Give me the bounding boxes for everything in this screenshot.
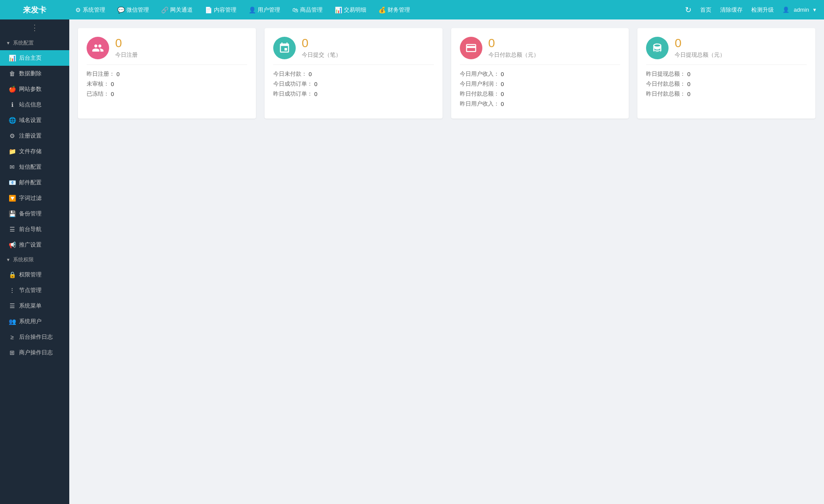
- sidebar-item-data-cleanup[interactable]: 🗑数据删除: [0, 66, 69, 81]
- detail-row: 昨日注册： 0: [87, 70, 247, 78]
- home-link[interactable]: 首页: [698, 4, 714, 16]
- card-header-today-withdraw: 0 今日提现总额（元）: [646, 37, 807, 59]
- stat-details-today-submit: 今日未付款： 0 今日成功订单： 0 昨日成功订单： 0: [273, 70, 434, 98]
- stat-count-today-payment: 0: [488, 37, 539, 49]
- detail-row: 昨日付款总额： 0: [460, 90, 620, 98]
- sidebar-item-sms-config[interactable]: ✉短信配置: [0, 159, 69, 175]
- detail-label: 昨日用户收入：: [460, 100, 499, 108]
- detail-value: 0: [687, 91, 690, 97]
- detail-value: 0: [309, 71, 312, 77]
- nav-item-transactions[interactable]: 📊交易明细: [329, 0, 372, 19]
- user-menu[interactable]: 👤 admin ▾: [780, 5, 819, 15]
- card-header-today-submit: 0 今日提交（笔）: [273, 37, 434, 59]
- card-divider-today-payment: [460, 64, 620, 65]
- sidebar-group-sysperm[interactable]: ▼ 系统权限: [0, 253, 69, 267]
- stat-count-today-withdraw: 0: [675, 37, 725, 49]
- sidebar-icon-dashboard: 📊: [9, 55, 16, 61]
- sidebar-item-mail-config[interactable]: 📧邮件配置: [0, 175, 69, 190]
- detail-row: 已冻结： 0: [87, 90, 247, 98]
- sidebar-item-front-nav[interactable]: ☰前台导航: [0, 222, 69, 237]
- nav-label-product-mgmt: 商品管理: [300, 6, 323, 14]
- sidebar-icon-data-cleanup: 🗑: [9, 70, 16, 77]
- sidebar-item-promo-settings[interactable]: 📢推广设置: [0, 237, 69, 253]
- detect-upgrade-button[interactable]: 检测升级: [749, 4, 776, 16]
- sidebar-group-syscfg[interactable]: ▼ 系统配置: [0, 36, 69, 50]
- clear-cache-button[interactable]: 清除缓存: [717, 4, 745, 16]
- sidebar-item-register-settings[interactable]: ⚙注册设置: [0, 128, 69, 144]
- sidebar-item-sys-menu[interactable]: ☰系统菜单: [0, 298, 69, 314]
- sidebar-icon-site-info: ℹ: [9, 101, 16, 108]
- stat-details-today-register: 昨日注册： 0 未审核： 0 已冻结： 0: [87, 70, 247, 98]
- cards-row: 0 今日注册 昨日注册： 0 未审核： 0 已冻结： 0 0 今日提交（笔）: [78, 28, 815, 119]
- card-divider-today-withdraw: [646, 64, 807, 65]
- nav-item-content-mgmt[interactable]: 📄内容管理: [199, 0, 242, 19]
- detail-value: 0: [501, 81, 504, 87]
- sidebar-dots[interactable]: ⋮: [0, 19, 69, 36]
- right-actions: ↻ 首页 清除缓存 检测升级 👤 admin ▾: [677, 3, 824, 16]
- nav-item-wechat-mgmt[interactable]: 💬微信管理: [111, 0, 155, 19]
- card-today-submit: 0 今日提交（笔） 今日未付款： 0 今日成功订单： 0 昨日成功订单： 0: [265, 28, 443, 119]
- sidebar-icon-site-params: 🍎: [9, 86, 16, 93]
- layout: ⋮ ▼ 系统配置 📊后台主页🗑数据删除🍎网站参数ℹ站点信息🌐域名设置⚙注册设置📁…: [0, 19, 824, 504]
- sidebar-item-word-filter[interactable]: 🔽字词过滤: [0, 190, 69, 206]
- stat-info-today-payment: 0 今日付款总额（元）: [488, 37, 539, 59]
- group-label-sysperm: 系统权限: [13, 256, 34, 263]
- sidebar-icon-sys-user: 👥: [9, 318, 16, 325]
- stat-details-today-payment: 今日用户收入： 0 今日用户利润： 0 昨日付款总额： 0 昨日用户收入： 0: [460, 70, 620, 108]
- sidebar-item-backup-mgmt[interactable]: 💾备份管理: [0, 206, 69, 222]
- detail-row: 昨日付款总额： 0: [646, 90, 807, 98]
- nav-item-gateway[interactable]: 🔗网关通道: [155, 0, 199, 19]
- sidebar-icon-register-settings: ⚙: [9, 132, 16, 139]
- sidebar-label-file-storage: 文件存储: [19, 148, 42, 155]
- sidebar-item-file-storage[interactable]: 📁文件存储: [0, 144, 69, 159]
- detail-label: 昨日付款总额：: [460, 90, 499, 98]
- sidebar-item-site-params[interactable]: 🍎网站参数: [0, 81, 69, 97]
- sidebar-label-promo-settings: 推广设置: [19, 241, 42, 249]
- stat-info-today-submit: 0 今日提交（笔）: [302, 37, 341, 59]
- detail-label: 未审核：: [87, 80, 109, 88]
- detail-row: 今日成功订单： 0: [273, 80, 434, 88]
- sidebar-item-merchant-log[interactable]: ⊞商户操作日志: [0, 345, 69, 360]
- nav-icon-system-mgmt: ⚙: [75, 6, 81, 13]
- nav-item-finance-mgmt[interactable]: 💰财务管理: [372, 0, 416, 19]
- detail-row: 今日用户收入： 0: [460, 70, 620, 78]
- sidebar-icon-backup-mgmt: 💾: [9, 210, 16, 217]
- sidebar-item-sys-user[interactable]: 👥系统用户: [0, 314, 69, 329]
- nav-icon-wechat-mgmt: 💬: [117, 6, 125, 13]
- sidebar-item-permission-mgmt[interactable]: 🔒权限管理: [0, 267, 69, 282]
- sidebar-item-dashboard[interactable]: 📊后台主页: [0, 50, 69, 66]
- stat-icon-today-payment: [460, 37, 482, 59]
- nav-label-finance-mgmt: 财务管理: [388, 6, 410, 14]
- sidebar-item-backend-log[interactable]: ≥后台操作日志: [0, 329, 69, 345]
- detail-label: 昨日付款总额：: [646, 90, 685, 98]
- stat-title-today-submit: 今日提交（笔）: [302, 51, 341, 59]
- sidebar-label-backend-log: 后台操作日志: [19, 333, 53, 341]
- detail-row: 昨日成功订单： 0: [273, 90, 434, 98]
- sidebar-label-dashboard: 后台主页: [19, 54, 42, 62]
- detail-value: 0: [111, 81, 114, 87]
- main-content: 0 今日注册 昨日注册： 0 未审核： 0 已冻结： 0 0 今日提交（笔）: [69, 19, 824, 504]
- sidebar-label-site-info: 站点信息: [19, 101, 42, 109]
- group-label-syscfg: 系统配置: [13, 39, 34, 47]
- sidebar-item-node-mgmt[interactable]: ⋮节点管理: [0, 282, 69, 298]
- sidebar-icon-sms-config: ✉: [9, 164, 16, 170]
- sidebar-item-domain-settings[interactable]: 🌐域名设置: [0, 112, 69, 128]
- detail-label: 今日用户利润：: [460, 80, 499, 88]
- sidebar-icon-file-storage: 📁: [9, 148, 16, 155]
- nav-items: ⚙系统管理💬微信管理🔗网关通道📄内容管理👤用户管理🛍商品管理📊交易明细💰财务管理: [69, 0, 677, 19]
- sidebar-item-site-info[interactable]: ℹ站点信息: [0, 97, 69, 112]
- nav-item-system-mgmt[interactable]: ⚙系统管理: [69, 0, 111, 19]
- nav-icon-finance-mgmt: 💰: [378, 6, 386, 13]
- sidebar-label-site-params: 网站参数: [19, 85, 42, 93]
- nav-item-product-mgmt[interactable]: 🛍商品管理: [286, 0, 329, 19]
- sidebar-icon-node-mgmt: ⋮: [9, 287, 16, 294]
- nav-icon-content-mgmt: 📄: [205, 6, 212, 13]
- sidebar-label-data-cleanup: 数据删除: [19, 70, 42, 77]
- nav-item-user-mgmt[interactable]: 👤用户管理: [242, 0, 286, 19]
- sidebar-label-register-settings: 注册设置: [19, 132, 42, 140]
- detail-label: 今日付款总额：: [646, 80, 685, 88]
- stat-info-today-register: 0 今日注册: [115, 37, 138, 59]
- refresh-button[interactable]: ↻: [682, 3, 694, 16]
- detail-value: 0: [111, 91, 114, 97]
- detail-value: 0: [501, 71, 504, 77]
